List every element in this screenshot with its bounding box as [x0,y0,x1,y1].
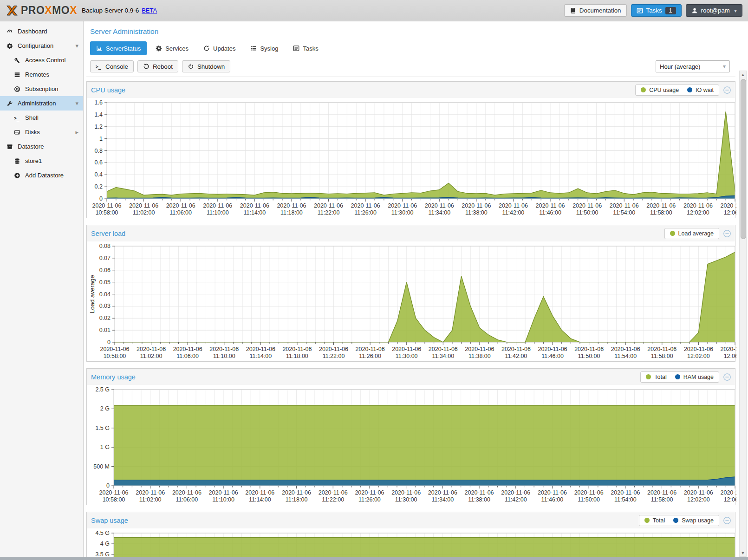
collapse-panel-button[interactable] [723,86,731,94]
svg-text:2020-11-06: 2020-11-06 [172,489,202,496]
tab-label: Tasks [303,45,318,52]
beta-link[interactable]: BETA [142,7,157,14]
task-list-icon [293,45,299,52]
sidebar-item-dashboard[interactable]: Dashboard [0,24,83,39]
svg-text:2020-11-06: 2020-11-06 [684,489,713,496]
collapse-panel-button[interactable] [723,516,731,525]
collapse-panel-button[interactable] [723,229,731,238]
legend-dot-icon [675,374,680,379]
sidebar-item-label: Configuration [18,42,74,49]
console-button[interactable]: >_ Console [90,60,134,72]
sidebar-item-disks[interactable]: Disks▸ [0,125,83,139]
user-label: root@pam [701,7,730,14]
sidebar-item-add-datastore[interactable]: Add Datastore [0,168,83,182]
sidebar-item-store1[interactable]: store1 [0,154,83,168]
server-bars-icon [13,72,21,78]
sidebar-item-administration[interactable]: Administration▾ [0,96,83,111]
sidebar-item-subscription[interactable]: Subscription [0,82,83,96]
svg-text:11:50:00: 11:50:00 [578,353,600,359]
svg-text:11:02:00: 11:02:00 [140,353,163,359]
sidebar-nav: DashboardConfiguration▾Access ControlRem… [0,21,84,560]
svg-text:11:06:00: 11:06:00 [176,353,199,359]
svg-text:11:26:00: 11:26:00 [359,353,381,359]
tab-serverstatus[interactable]: ServerStatus [90,41,147,55]
legend-total[interactable]: Total [644,517,665,524]
svg-text:11:50:00: 11:50:00 [578,496,600,503]
svg-text:2020-11-06: 2020-11-06 [465,346,494,352]
svg-text:>_: >_ [14,115,20,121]
timeframe-select[interactable]: Hour (average) ▾ [656,60,730,72]
caret-down-icon[interactable]: ▾ [74,100,79,107]
tab-syslog[interactable]: Syslog [244,41,284,55]
caret-right-icon[interactable]: ▸ [74,129,79,136]
sidebar-item-label: store1 [25,157,79,164]
svg-text:11:14:00: 11:14:00 [243,209,266,216]
svg-text:2020-11-06: 2020-11-06 [314,202,343,209]
svg-text:1.4: 1.4 [95,111,103,118]
shutdown-button[interactable]: Shutdown [182,60,230,72]
tab-tasks[interactable]: Tasks [287,41,324,55]
legend-cpu-usage[interactable]: CPU usage [641,87,679,93]
svg-text:11:18:00: 11:18:00 [286,353,308,359]
svg-text:11:14:00: 11:14:00 [249,496,271,503]
legend-ram-usage[interactable]: RAM usage [675,374,714,380]
sidebar-item-label: Remotes [25,71,79,78]
svg-text:11:10:00: 11:10:00 [207,209,229,216]
legend-dot-icon [641,87,646,92]
sidebar-item-label: Shell [25,114,79,121]
scroll-up-arrow[interactable]: ▲ [740,71,746,78]
sidebar-item-label: Datastore [18,143,79,150]
collapse-panel-button[interactable] [723,373,731,381]
svg-text:0.05: 0.05 [99,279,111,286]
svg-text:11:06:00: 11:06:00 [169,209,192,216]
caret-down-icon[interactable]: ▾ [74,42,79,49]
sidebar-item-remotes[interactable]: Remotes [0,67,83,82]
panel-title: Server load [91,230,664,237]
tab-updates[interactable]: Updates [197,41,241,55]
svg-text:11:18:00: 11:18:00 [286,496,308,503]
tasks-button[interactable]: Tasks 1 [631,4,682,17]
svg-text:2020-11-06: 2020-11-06 [136,489,165,496]
svg-text:0.4: 0.4 [95,171,103,178]
svg-text:10:58:00: 10:58:00 [104,353,126,359]
svg-text:2020-11-06: 2020-11-06 [319,489,348,496]
memory-usage-chart: 0500 M1 G1.5 G2 G2.5 G2020-11-0610:58:00… [87,385,736,504]
sidebar-item-datastore[interactable]: Datastore [0,139,83,154]
reboot-button[interactable]: Reboot [137,60,178,72]
chart-legend: TotalRAM usage [640,371,719,383]
panel-header: Server loadLoad average [87,225,735,241]
documentation-button[interactable]: Documentation [564,4,627,17]
archive-icon [6,143,14,150]
svg-text:11:02:00: 11:02:00 [139,496,162,503]
svg-text:11:22:00: 11:22:00 [318,209,340,216]
svg-text:2020-11-06: 2020-11-06 [166,202,195,209]
legend-total[interactable]: Total [646,374,666,380]
scroll-down-arrow[interactable]: ▼ [740,549,746,556]
wrench-icon [6,100,14,107]
sidebar-item-label: Dashboard [18,28,79,35]
sidebar-item-configuration[interactable]: Configuration▾ [0,39,83,53]
svg-text:2020-11-06: 2020-11-06 [203,202,232,209]
sidebar-item-access-control[interactable]: Access Control [0,53,83,67]
svg-text:2020-11-06: 2020-11-06 [610,202,639,209]
svg-text:2020-11-06: 2020-11-06 [462,202,491,209]
gauge-icon [6,28,14,35]
scrollbar-thumb[interactable] [741,79,746,239]
user-menu-button[interactable]: root@pam ▾ [686,4,742,17]
svg-text:2020-11-06: 2020-11-06 [209,346,239,352]
sidebar-item-shell[interactable]: >_Shell [0,111,83,125]
legend-swap-usage[interactable]: Swap usage [673,517,714,524]
chevron-down-icon: ▾ [723,63,726,70]
legend-load-average[interactable]: Load average [670,230,714,237]
svg-text:11:34:00: 11:34:00 [432,353,454,359]
vertical-scrollbar[interactable]: ▲ ▼ [739,71,747,557]
svg-text:2020-11-06: 2020-11-06 [425,202,454,209]
chart-legend: CPU usageIO wait [635,85,719,96]
panel-title: Memory usage [91,373,640,381]
database-icon [13,158,21,164]
top-header: PROXMOX Backup Server 0.9-6 BETA Documen… [0,0,748,21]
tab-services[interactable]: Services [150,41,195,55]
panel-header: CPU usageCPU usageIO wait [87,82,735,98]
legend-io-wait[interactable]: IO wait [687,87,714,93]
svg-text:0.6: 0.6 [95,159,103,166]
